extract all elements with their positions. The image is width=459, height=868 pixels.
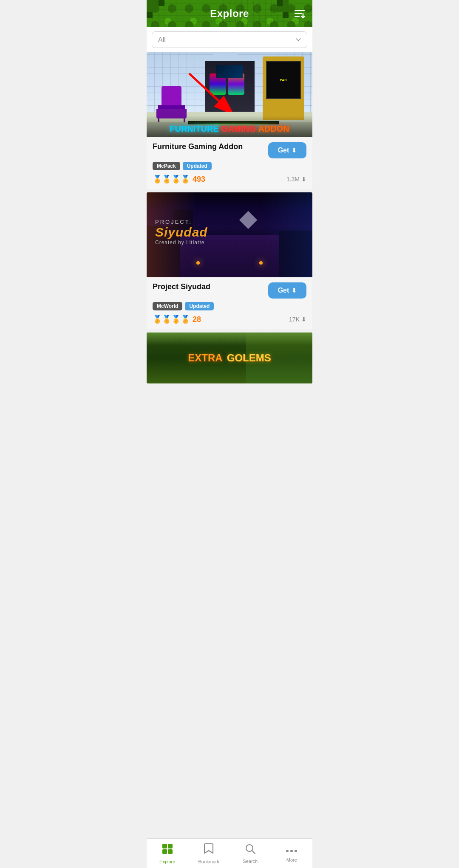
- card-gaming-title: Furniture Gaming Addon: [153, 142, 265, 151]
- card-gaming-info: Furniture Gaming Addon Get ⬇ McPack Upda…: [147, 137, 312, 189]
- stars-count: 493: [193, 175, 205, 184]
- siyudad-image-text: Project: Siyudad Created by Litlatte: [155, 219, 208, 245]
- gaming-label-word2: GAMING: [221, 124, 256, 133]
- siyudad-name-line: Siyudad: [155, 225, 208, 240]
- svg-rect-1: [295, 13, 302, 14]
- get-label-siyudad: Get: [278, 287, 289, 294]
- card-siyudad-image[interactable]: Project: Siyudad Created by Litlatte: [147, 192, 312, 277]
- card-gaming-stars: 🏅🏅🏅🏅 493: [153, 175, 205, 184]
- siyudad-downloads-icon: ⬇: [301, 316, 306, 323]
- card-siyudad-get-button[interactable]: Get ⬇: [268, 282, 306, 299]
- siyudad-downloads-value: 17K: [289, 316, 300, 323]
- golems-image-labels: EXTRA GOLEMS: [188, 352, 271, 364]
- card-gaming-downloads: 1.3M ⬇: [286, 176, 306, 183]
- gaming-label-word1: FURNITURE: [170, 124, 219, 133]
- stars-icon: 🏅🏅🏅🏅: [153, 175, 190, 184]
- downloads-value: 1.3M: [286, 176, 300, 183]
- tag-updated: Updated: [183, 162, 212, 170]
- download-icon: ⬇: [292, 147, 297, 154]
- app-header: Explore: [147, 0, 312, 27]
- siyudad-stars-count: 28: [193, 315, 201, 324]
- siyudad-created-line: Created by Litlatte: [155, 240, 208, 245]
- card-siyudad-info: Project Siyudad Get ⬇ McWorld Updated 🏅🏅…: [147, 277, 312, 329]
- tag-updated-siyudad: Updated: [185, 302, 214, 310]
- card-project-siyudad: Project: Siyudad Created by Litlatte Pro…: [147, 192, 312, 329]
- siyudad-stars-icon: 🏅🏅🏅🏅: [153, 315, 190, 324]
- downloads-icon: ⬇: [301, 176, 306, 183]
- card-gaming-addon: PAC FURNITURE GAMING ADDON: [147, 52, 312, 189]
- tag-mcworld: McWorld: [153, 302, 182, 310]
- download-icon-siyudad: ⬇: [292, 287, 297, 294]
- golems-extra-label: EXTRA: [188, 352, 222, 364]
- card-golems-image[interactable]: EXTRA GOLEMS: [147, 333, 312, 383]
- card-siyudad-stars: 🏅🏅🏅🏅 28: [153, 315, 201, 324]
- get-label: Get: [278, 147, 289, 154]
- tag-mcpack: McPack: [153, 162, 180, 170]
- svg-rect-0: [295, 10, 305, 11]
- gaming-label-word3: ADDON: [258, 124, 289, 133]
- siyudad-project-line: Project:: [155, 219, 208, 225]
- filter-select[interactable]: All McPack McWorld Map Addon Skin: [152, 31, 307, 48]
- filter-bar: All McPack McWorld Map Addon Skin: [147, 27, 312, 52]
- card-gaming-image[interactable]: PAC FURNITURE GAMING ADDON: [147, 52, 312, 137]
- gaming-image-label-overlay: FURNITURE GAMING ADDON: [147, 116, 312, 137]
- card-gaming-get-button[interactable]: Get ⬇: [268, 142, 306, 158]
- golems-golems-label: GOLEMS: [227, 352, 271, 364]
- card-extra-golems: EXTRA GOLEMS: [147, 333, 312, 383]
- content-area: PAC FURNITURE GAMING ADDON: [147, 52, 312, 383]
- card-siyudad-downloads: 17K ⬇: [289, 316, 306, 323]
- sort-button[interactable]: [294, 8, 306, 19]
- card-siyudad-title: Project Siyudad: [153, 282, 265, 291]
- card-siyudad-tags: McWorld Updated: [153, 302, 306, 310]
- card-gaming-tags: McPack Updated: [153, 162, 306, 170]
- header-bg-decoration: [147, 0, 312, 27]
- svg-rect-2: [295, 16, 300, 17]
